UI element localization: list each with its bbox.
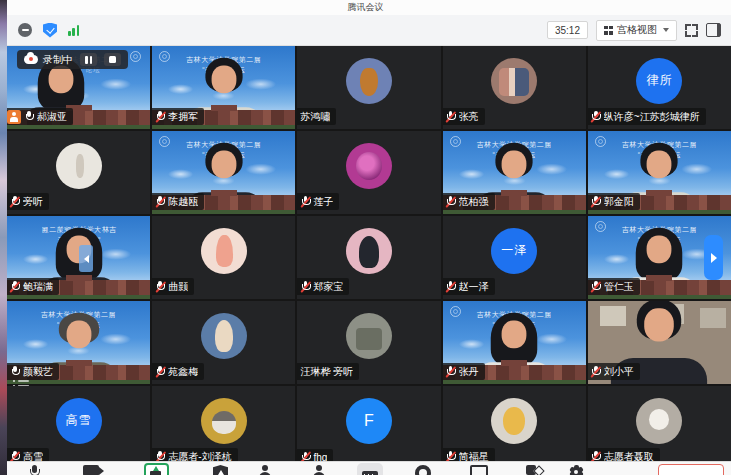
participant-tile[interactable]: 苑鑫梅 [152, 301, 295, 384]
mic-muted-icon [591, 280, 601, 293]
mic-icon[interactable] [29, 465, 39, 475]
mic-muted-icon [591, 195, 601, 208]
settings-icon[interactable] [569, 465, 583, 475]
mic-muted-icon [10, 280, 20, 293]
bottom-toolbar [7, 461, 731, 475]
avatar [56, 143, 102, 189]
participant-tile[interactable]: 吉林大学法学院第二届“盈科杯”论坛 郭金阳 [588, 131, 731, 214]
participant-name: 颜毅艺 [23, 365, 53, 379]
keypad-icon[interactable] [357, 463, 383, 475]
name-tag: 苑鑫梅 [152, 363, 204, 380]
name-tag: 李拥军 [152, 108, 204, 125]
mic-muted-icon [300, 280, 310, 293]
participant-name: 郝淑亚 [37, 110, 67, 124]
mic-muted-icon [591, 365, 601, 378]
participant-name: 赵一泽 [459, 280, 489, 294]
grid-view-icon [604, 26, 613, 35]
participant-name: 郑家宝 [313, 280, 343, 294]
meeting-timer: 35:12 [547, 21, 588, 39]
avatar [346, 313, 392, 359]
mic-muted-icon [591, 110, 601, 123]
participant-tile[interactable]: 吉林大学法学院第二届“盈科杯”论坛 陈越瓯 [152, 131, 295, 214]
video-grid: 吉林大学法学院第二届“盈科杯”论坛 郝淑亚 吉林大学法学院第二届“盈科杯”论坛 [7, 46, 731, 461]
name-tag: 曲颢 [152, 278, 194, 295]
member-icon[interactable] [312, 465, 326, 475]
participant-tile[interactable]: 莲子 [297, 131, 440, 214]
participant-name: 范柏强 [459, 195, 489, 209]
record-icon[interactable] [415, 465, 431, 475]
name-tag: 陈越瓯 [152, 193, 204, 210]
mic-muted-icon [446, 280, 456, 293]
chevron-left-icon[interactable] [79, 245, 93, 272]
network-signal-icon[interactable] [68, 24, 79, 36]
participant-tile[interactable]: 汪琳桦 旁听 [297, 301, 440, 384]
participant-tile[interactable]: 志愿者聂取 [588, 386, 731, 469]
screen-icon[interactable] [470, 465, 488, 475]
mic-muted-icon [446, 365, 456, 378]
participant-name: 张亮 [459, 110, 479, 124]
share-screen-icon[interactable] [144, 463, 169, 475]
participant-tile[interactable]: 律所 纵许彦~江苏彭城律所 [588, 46, 731, 129]
participant-name: 莲子 [313, 195, 333, 209]
participant-tile[interactable]: 简福星 [443, 386, 586, 469]
participant-tile[interactable]: 吉林大学法学院第二届“盈科杯”论坛 张丹 [443, 301, 586, 384]
avatar [201, 398, 247, 444]
name-tag: 旁听 [7, 193, 49, 210]
background-window-sliver [0, 0, 7, 475]
participant-name: 曲颢 [168, 280, 188, 294]
cloud-record-icon [24, 55, 38, 64]
name-tag: 郑家宝 [297, 278, 349, 295]
window-title: 腾讯会议 [0, 0, 731, 15]
stop-recording-button[interactable] [104, 53, 121, 66]
participant-name: 刘小平 [604, 365, 634, 379]
participant-tile[interactable]: 吉林大学法学院第二届“盈科杯”论坛 颜毅艺 [7, 301, 150, 384]
avatar [201, 313, 247, 359]
participant-tile[interactable]: 旁听 [7, 131, 150, 214]
mic-muted-icon [10, 195, 20, 208]
participant-tile[interactable]: 吉林大学法学院第二届“盈科杯”论坛 范柏强 [443, 131, 586, 214]
avatar [201, 228, 247, 274]
name-tag: 范柏强 [443, 193, 495, 210]
name-tag: 郝淑亚 [7, 108, 73, 125]
participant-tile[interactable]: 一泽 赵一泽 [443, 216, 586, 299]
participant-name: 郭金阳 [604, 195, 634, 209]
leave-meeting-button[interactable] [658, 464, 724, 475]
participant-name: 陈越瓯 [168, 195, 198, 209]
participant-tile[interactable]: 高雪 高雪 [7, 386, 150, 469]
camera-icon[interactable] [83, 465, 99, 475]
participant-tile[interactable]: 苏鸿嘯 [297, 46, 440, 129]
list-overlay-icon[interactable] [13, 380, 29, 392]
participants-icon[interactable] [258, 465, 272, 475]
name-tag: 鲍瑞满 [7, 278, 59, 295]
fullscreen-icon[interactable] [685, 24, 698, 37]
participant-tile[interactable]: 刘小平 [588, 301, 731, 384]
avatar [346, 228, 392, 274]
participant-tile[interactable]: 郑家宝 [297, 216, 440, 299]
grid-view-button[interactable]: 宫格视图 [596, 20, 677, 41]
host-badge-icon [7, 110, 21, 124]
name-tag: 汪琳桦 旁听 [297, 363, 359, 380]
grid-view-label: 宫格视图 [617, 23, 657, 37]
info-icon[interactable] [18, 23, 32, 37]
avatar [346, 58, 392, 104]
chevron-right-icon[interactable] [704, 235, 723, 280]
pause-recording-button[interactable] [80, 53, 97, 66]
security-icon[interactable] [213, 465, 228, 475]
participant-tile[interactable]: F fhg [297, 386, 440, 469]
pip-icon[interactable] [526, 465, 536, 475]
avatar [636, 398, 682, 444]
mic-muted-icon [155, 110, 165, 123]
participant-tile[interactable]: 张亮 [443, 46, 586, 129]
participant-name: 旁听 [23, 195, 43, 209]
avatar: 律所 [636, 58, 682, 104]
name-tag: 颜毅艺 [7, 363, 59, 380]
name-tag: 管仁玉 [588, 278, 640, 295]
side-panel-icon[interactable] [706, 23, 721, 37]
shield-icon[interactable] [43, 23, 57, 38]
participant-tile[interactable]: 吉林大学法学院第二届“盈科杯”论坛 李拥军 [152, 46, 295, 129]
recording-label: 录制中 [43, 53, 73, 67]
mic-on-icon [24, 110, 34, 123]
name-tag: 郭金阳 [588, 193, 640, 210]
participant-tile[interactable]: 志愿者-刘泽杭 [152, 386, 295, 469]
participant-tile[interactable]: 曲颢 [152, 216, 295, 299]
